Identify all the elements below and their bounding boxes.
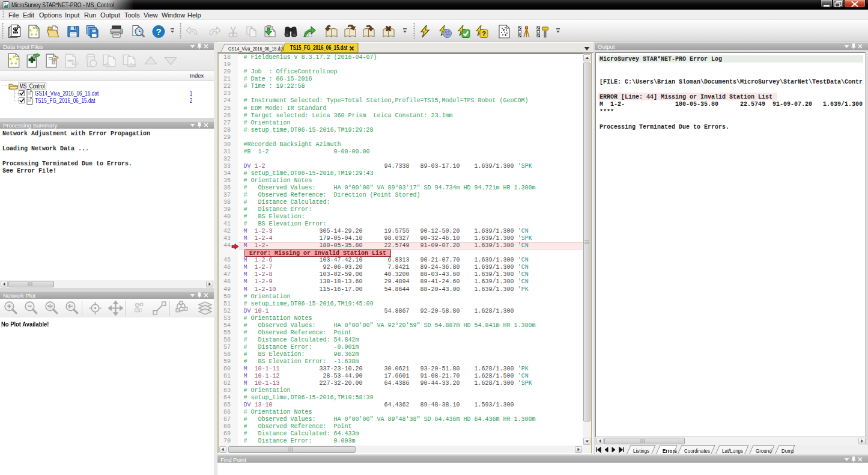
- svg-text:?: ?: [156, 26, 161, 37]
- svg-text:?: ?: [482, 30, 486, 37]
